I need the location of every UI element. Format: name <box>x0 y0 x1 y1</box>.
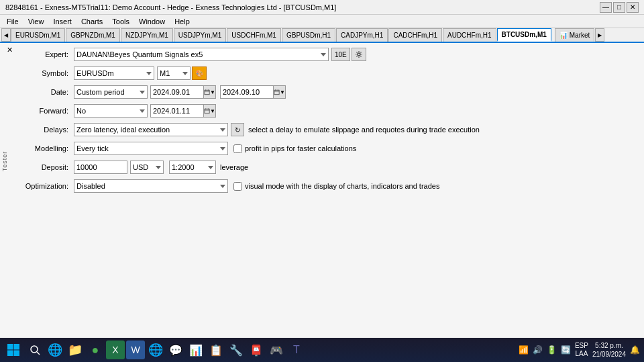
deposit-input-group: USD 1:2000 leverage <box>74 161 248 174</box>
svg-rect-1 <box>205 90 209 94</box>
svg-point-0 <box>358 53 360 56</box>
expert-select[interactable]: DAUNAN\Beyes Quantum Signals ex5 <box>74 48 329 61</box>
ide-button[interactable]: 10E <box>331 48 350 61</box>
tab-audchfm-h1[interactable]: AUDCHFm,H1 <box>443 28 496 42</box>
menu-bar: File View Insert Charts Tools Window Hel… <box>0 15 644 28</box>
tab-eurusdm-m1[interactable]: EURUSDm,M1 <box>11 28 65 42</box>
menu-file[interactable]: File <box>3 17 23 26</box>
language-sub: LAA <box>575 350 588 358</box>
svg-rect-5 <box>274 90 279 94</box>
svg-rect-16 <box>14 351 20 357</box>
taskbar-icon-teams[interactable]: T <box>287 341 306 359</box>
minimize-button[interactable]: — <box>600 2 612 13</box>
tab-scroll-right[interactable]: ▶ <box>595 28 604 42</box>
delays-label: Delays: <box>20 126 74 134</box>
symbol-input-group: EURUSDm M1 🎨 <box>74 66 207 80</box>
tab-cadchfm-h1[interactable]: CADCHFm,H1 <box>388 28 442 42</box>
taskbar: 🌐 📁 ● X W 🌐 💬 📊 📋 🔧 📮 🎮 T 📶 🔊 🔋 🔄 ESP LA… <box>0 338 644 362</box>
deposit-row: Deposit: USD 1:2000 leverage <box>20 160 637 175</box>
tab-btcusdm-m1[interactable]: BTCUSDm,M1 <box>497 28 551 42</box>
tab-cadjpym-h1[interactable]: CADJPYm,H1 <box>336 28 388 42</box>
search-taskbar-button[interactable] <box>25 341 44 359</box>
optimization-input-group: Disabled visual mode with the display of… <box>74 179 439 193</box>
taskbar-icon-edge[interactable]: 🌐 <box>146 341 165 359</box>
taskbar-icon-app4[interactable]: 📮 <box>247 341 266 359</box>
calendar-icon <box>204 89 210 95</box>
taskbar-icon-excel[interactable]: X <box>106 341 125 359</box>
delays-select[interactable]: Zero latency, ideal execution <box>74 123 228 136</box>
optimization-select[interactable]: Disabled <box>74 179 228 193</box>
window-title: 82848161 - Exness-MT5Trial11: Demo Accou… <box>5 3 336 11</box>
taskbar-icon-app2[interactable]: 📋 <box>207 341 225 359</box>
color-icon: 🎨 <box>195 70 203 77</box>
forward-date-cal-button[interactable]: ▼ <box>204 104 216 118</box>
menu-window[interactable]: Window <box>135 17 169 26</box>
clock-date: 21/09/2024 <box>592 350 626 359</box>
tab-gbpusdm-h1[interactable]: GBPUSDm,H1 <box>282 28 335 42</box>
start-button[interactable] <box>4 341 23 359</box>
expert-label: Expert: <box>20 50 74 58</box>
forward-label: Forward: <box>20 107 74 115</box>
menu-help[interactable]: Help <box>170 17 194 26</box>
optimization-checkbox[interactable] <box>233 182 242 191</box>
strategy-tester-form: Expert: DAUNAN\Beyes Quantum Signals ex5… <box>13 43 644 201</box>
tab-usdjpym-m1[interactable]: USDJPYm,M1 <box>174 28 226 42</box>
deposit-label: Deposit: <box>20 163 74 171</box>
close-button[interactable]: ✕ <box>627 2 639 13</box>
svg-rect-9 <box>205 109 209 113</box>
calendar-icon-3 <box>204 107 210 114</box>
svg-rect-15 <box>7 351 13 357</box>
leverage-select[interactable]: 1:2000 <box>169 161 216 174</box>
system-clock[interactable]: 5:32 p.m. 21/09/2024 <box>592 341 626 359</box>
period-select[interactable]: M1 <box>157 66 191 80</box>
tab-nzdjpym-m1[interactable]: NZDJPYm,M1 <box>121 28 173 42</box>
optimization-checkbox-label: visual mode with the display of charts, … <box>233 182 439 191</box>
optimization-label: Optimization: <box>20 182 74 190</box>
symbol-select[interactable]: EURUSDm <box>74 66 154 80</box>
battery-icon: 🔋 <box>547 345 557 355</box>
tab-scroll-left[interactable]: ◀ <box>1 28 11 42</box>
search-taskbar-icon <box>29 344 41 356</box>
menu-charts[interactable]: Charts <box>77 17 107 26</box>
taskbar-icon-app5[interactable]: 🎮 <box>267 341 286 359</box>
date-type-select[interactable]: Custom period <box>74 85 148 99</box>
delays-refresh-button[interactable]: ↻ <box>231 123 244 136</box>
currency-select[interactable]: USD <box>130 161 164 174</box>
taskbar-icon-green[interactable]: ● <box>86 341 105 359</box>
menu-insert[interactable]: Insert <box>49 17 76 26</box>
date-to-input[interactable] <box>220 85 274 99</box>
language-indicator: ESP LAA <box>575 342 588 358</box>
modelling-checkbox[interactable] <box>233 144 242 153</box>
taskbar-icon-word[interactable]: W <box>126 341 145 359</box>
taskbar-icon-app1[interactable]: 📊 <box>186 341 205 359</box>
windows-logo-icon <box>7 343 20 357</box>
date-from-cal-button[interactable]: ▼ <box>204 85 216 99</box>
tab-market[interactable]: 📊 Market <box>555 28 595 42</box>
taskbar-icon-chat[interactable]: 💬 <box>166 341 185 359</box>
deposit-input[interactable] <box>74 161 127 174</box>
maximize-button[interactable]: □ <box>613 2 625 13</box>
modelling-select[interactable]: Every tick <box>74 142 228 155</box>
volume-icon: 🔊 <box>533 345 543 355</box>
tab-bar: ◀ EURUSDm,M1 GBPNZDm,M1 NZDJPYm,M1 USDJP… <box>0 28 644 43</box>
forward-select[interactable]: No <box>74 104 148 118</box>
symbol-color-button[interactable]: 🎨 <box>192 66 207 80</box>
expert-input-group: DAUNAN\Beyes Quantum Signals ex5 10E <box>74 48 366 61</box>
modelling-label: Modelling: <box>20 144 74 152</box>
menu-tools[interactable]: Tools <box>108 17 133 26</box>
panel-close-button[interactable]: ✕ <box>7 46 13 54</box>
taskbar-icon-app3[interactable]: 🔧 <box>227 341 246 359</box>
settings-button[interactable] <box>352 48 366 61</box>
notification-icon[interactable]: 🔔 <box>630 345 640 355</box>
tab-usdchfm-m1[interactable]: USDCHFm,M1 <box>227 28 281 42</box>
tab-gbpnzdm-m1[interactable]: GBPNZDm,M1 <box>66 28 120 42</box>
tester-side-label: Tester <box>1 150 8 171</box>
taskbar-icon-folder[interactable]: 📁 <box>66 341 85 359</box>
menu-view[interactable]: View <box>24 17 48 26</box>
title-bar: 82848161 - Exness-MT5Trial11: Demo Accou… <box>0 0 644 15</box>
date-from-input[interactable] <box>150 85 204 99</box>
svg-rect-13 <box>7 344 13 350</box>
date-to-cal-button[interactable]: ▼ <box>274 85 286 99</box>
forward-date-input[interactable] <box>150 104 204 118</box>
taskbar-icon-chrome[interactable]: 🌐 <box>46 341 64 359</box>
